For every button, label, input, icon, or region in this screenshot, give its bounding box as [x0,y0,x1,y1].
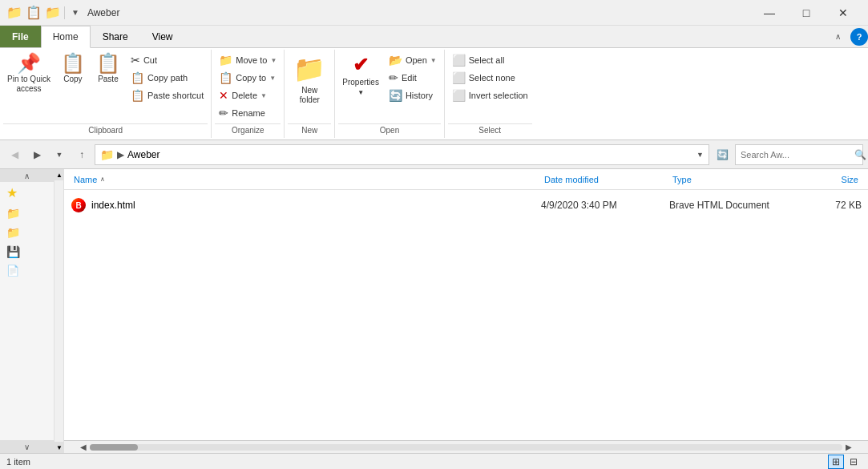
search-input[interactable] [741,150,851,160]
up-button[interactable]: ↑ [72,145,91,164]
tab-share[interactable]: Share [91,26,140,47]
sidebar-scroll-down[interactable]: ∨ [0,440,54,453]
clipboard-group: 📌 Pin to Quickaccess 📋 Copy 📋 Paste ✂ [0,50,212,138]
large-icons-view-button[interactable]: ⊟ [846,455,862,469]
address-bar: ◀ ▶ ▼ ↑ 📁 ▶ Aweber ▼ 🔄 🔍 [0,140,868,169]
scroll-thumb[interactable] [90,444,138,451]
organize-buttons: 📁 Move to ▼ 📋 Copy to ▼ ✕ Delete ▼ [215,51,281,122]
open-icon: 📂 [389,54,402,67]
sidebar-item-drive-blue[interactable]: 💾 [0,242,54,261]
column-header-date[interactable]: Date modified [541,175,669,184]
move-to-arrow: ▼ [270,57,277,64]
sidebar-item-starred[interactable]: ★ [0,182,54,204]
forward-button[interactable]: ▶ [27,145,46,164]
invert-selection-icon: ⬜ [452,89,466,102]
sidebar-scrollbar-up[interactable]: ▲ [55,169,64,180]
history-icon: 🔄 [389,89,402,102]
path-text: Aweber [127,149,159,160]
column-header-type[interactable]: Type [669,175,797,184]
new-label: New [288,123,331,136]
open-group-content: ✔ Properties ▼ 📂 Open ▼ ✏ Edit [338,51,440,122]
file-list: B index.html 4/9/2020 3:40 PM Brave HTML… [64,190,868,440]
column-header-name[interactable]: Name ∧ [71,175,541,184]
properties-button[interactable]: ✔ Properties ▼ [338,51,383,99]
close-button[interactable]: ✕ [825,0,862,26]
file-name: index.html [91,200,541,211]
paste-icon: 📋 [96,54,120,73]
star-icon: ★ [6,185,18,200]
sidebar-scroll-up[interactable]: ∧ [0,169,54,182]
title-dropdown-arrow[interactable]: ▼ [71,8,79,17]
paste-shortcut-button[interactable]: 📋 Paste shortcut [127,87,208,104]
tab-file[interactable]: File [0,26,41,47]
sidebar-item-drive2[interactable]: 📄 [0,261,54,280]
open-small-buttons: 📂 Open ▼ ✏ Edit 🔄 History [385,51,441,104]
file-item-index-html[interactable]: B index.html 4/9/2020 3:40 PM Brave HTML… [64,193,868,217]
cut-label: Cut [143,55,157,65]
search-box[interactable]: 🔍 [735,144,863,165]
select-none-button[interactable]: ⬜ Select none [448,69,532,87]
copy-to-button[interactable]: 📋 Copy to ▼ [215,69,281,87]
clipboard-label: Clipboard [3,123,208,136]
ribbon-tab-right: ∧ ? [828,26,868,47]
new-folder-icon: 📁 [293,54,325,84]
copy-big-button[interactable]: 📋 Copy [56,51,90,87]
select-none-label: Select none [469,73,515,83]
name-header-label: Name [74,175,97,184]
properties-icon: ✔ [349,54,372,76]
main-area: ∧ ★ 📁 📁 💾 📄 ∨ ▲ [0,169,868,453]
column-header-size[interactable]: Size [797,175,862,184]
details-view-button[interactable]: ⊞ [828,455,844,469]
delete-label: Delete [232,91,257,100]
address-path[interactable]: 📁 ▶ Aweber ▼ [95,144,709,165]
scroll-right-button[interactable]: ▶ [842,441,855,454]
move-to-button[interactable]: 📁 Move to ▼ [215,51,281,69]
new-folder-button[interactable]: 📁 Newfolder [288,51,331,107]
delete-button[interactable]: ✕ Delete ▼ [215,87,281,104]
organize-group: 📁 Move to ▼ 📋 Copy to ▼ ✕ Delete ▼ [212,50,285,138]
ribbon-collapse-button[interactable]: ∧ [828,27,847,46]
recent-locations-button[interactable]: ▼ [50,145,69,164]
pin-to-quick-access-button[interactable]: 📌 Pin to Quickaccess [3,51,55,96]
sidebar-item-folder1[interactable]: 📁 [0,204,54,223]
edit-icon: ✏ [389,71,398,84]
sidebar-scrollbar-down[interactable]: ▼ [55,442,64,453]
copy-path-button[interactable]: 📋 Copy path [127,69,208,87]
tab-home[interactable]: Home [41,26,91,48]
select-all-button[interactable]: ⬜ Select all [448,51,532,69]
minimize-button[interactable]: — [751,0,788,26]
folder-icon-path: 📁 [100,148,114,161]
rename-button[interactable]: ✏ Rename [215,104,281,122]
search-icon[interactable]: 🔍 [854,149,866,160]
path-dropdown[interactable]: ▼ [696,151,704,159]
window-title: Aweber [87,7,751,18]
file-list-area: Name ∧ Date modified Type Size B index.h… [64,169,868,453]
ribbon-help-button[interactable]: ? [850,28,868,46]
cut-button[interactable]: ✂ Cut [127,51,208,69]
paste-big-button[interactable]: 📋 Paste [91,51,125,87]
title-controls: — □ ✕ [751,0,862,26]
open-button[interactable]: 📂 Open ▼ [385,51,441,69]
select-buttons: ⬜ Select all ⬜ Select none ⬜ Invert sele… [448,51,532,104]
scroll-left-button[interactable]: ◀ [77,441,90,454]
open-label: Open [406,55,427,65]
history-button[interactable]: 🔄 History [385,87,441,104]
sidebar-scrollbar: ▲ ▼ [54,169,63,453]
sidebar-item-folder2[interactable]: 📁 [0,223,54,242]
maximize-button[interactable]: □ [788,0,825,26]
pin-icon: 📌 [17,54,41,73]
folder-icon: 📁 [6,5,22,20]
edit-button[interactable]: ✏ Edit [385,69,441,87]
tab-view[interactable]: View [140,26,185,47]
organize-group-content: 📁 Move to ▼ 📋 Copy to ▼ ✕ Delete ▼ [215,51,281,122]
invert-selection-button[interactable]: ⬜ Invert selection [448,87,532,104]
scroll-track[interactable] [90,444,842,451]
refresh-button[interactable]: 🔄 [713,145,732,164]
open-label: Open [338,123,440,136]
item-count: 1 item [6,457,30,467]
clipboard-group-content: 📌 Pin to Quickaccess 📋 Copy 📋 Paste ✂ [3,51,208,122]
clipboard-small-buttons: ✂ Cut 📋 Copy path 📋 Paste shortcut [127,51,208,104]
back-button[interactable]: ◀ [5,145,24,164]
sidebar-scroll-track [55,180,63,442]
select-all-icon: ⬜ [452,54,466,67]
